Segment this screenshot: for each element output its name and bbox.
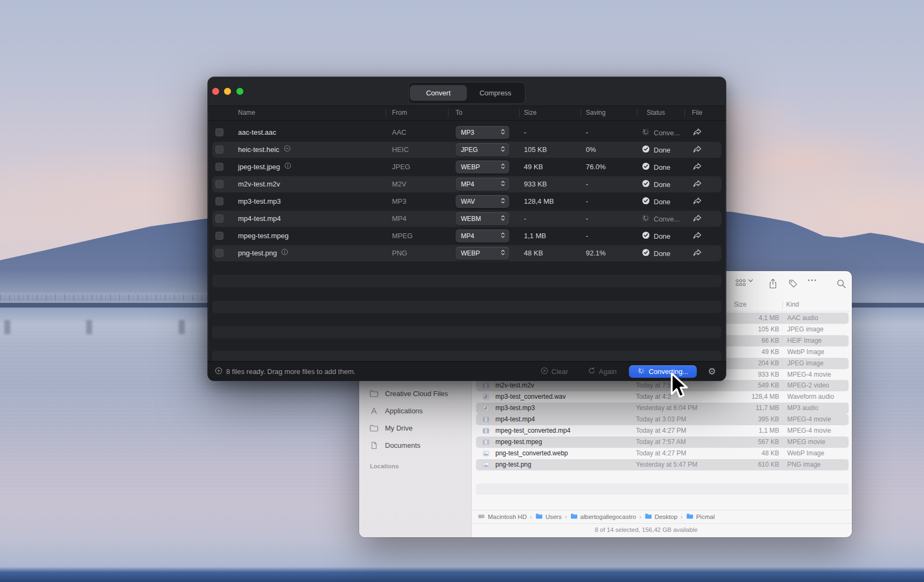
sidebar-item-applications[interactable]: Applications: [369, 403, 466, 419]
converter-file-row: mp3-test.mp3 MP3 WAV 128,4 MB - Done: [212, 193, 722, 210]
to-format-dropdown[interactable]: MP4: [456, 178, 509, 191]
row-checkbox[interactable]: [215, 180, 223, 188]
share-file-button[interactable]: [692, 145, 703, 155]
file-name: mp4-test.mp4: [238, 211, 281, 227]
add-files-icon[interactable]: [215, 367, 222, 376]
column-header-size[interactable]: Size: [524, 109, 536, 116]
finder-file-row[interactable]: png-test_converted.webp Today at 4:27 PM…: [476, 448, 849, 459]
tab-compress[interactable]: Compress: [467, 85, 524, 101]
finder-file-row[interactable]: m2v-test.m2v Today at 7:5 549 KB MPEG-2 …: [476, 380, 849, 391]
share-file-button[interactable]: [692, 248, 703, 258]
share-arrow-icon: [692, 129, 702, 138]
redo-icon: [588, 367, 596, 376]
sidebar-item-creative-cloud-files[interactable]: Creative Cloud Files: [369, 385, 466, 401]
again-button[interactable]: Again: [588, 362, 617, 381]
column-separator: [448, 109, 449, 117]
folder-icon: [535, 513, 543, 521]
file-name: mpeg-test.mpeg: [238, 228, 289, 244]
share-file-button[interactable]: [692, 162, 703, 172]
file-status: Done: [642, 228, 670, 244]
sidebar-item-documents[interactable]: Documents: [369, 437, 466, 453]
to-format-dropdown[interactable]: JPEG: [456, 143, 509, 156]
column-header-kind[interactable]: Kind: [786, 301, 799, 308]
row-checkbox[interactable]: [215, 232, 223, 240]
finder-file-name: mp3-test.mp3: [495, 403, 535, 414]
column-separator: [519, 109, 520, 117]
finder-file-kind: MPEG-2 video: [787, 380, 829, 391]
finder-file-row[interactable]: mp4-test.mp4 Today at 3:03 PM 395 KB MPE…: [476, 414, 849, 425]
finder-file-kind: JPEG image: [787, 324, 823, 335]
to-format-dropdown[interactable]: MP4: [456, 230, 509, 242]
to-format-dropdown[interactable]: WEBM: [456, 212, 509, 225]
to-format-dropdown[interactable]: MP3: [456, 126, 509, 139]
column-header-name[interactable]: Name: [238, 109, 255, 116]
breadcrumb-item[interactable]: Desktop: [645, 513, 677, 521]
file-status: Conve...: [642, 124, 680, 141]
column-header-to[interactable]: To: [456, 109, 463, 116]
more-icon[interactable]: [807, 279, 817, 282]
row-checkbox[interactable]: [215, 249, 223, 257]
zoom-button[interactable]: [236, 88, 243, 95]
finder-file-row[interactable]: mp3-test_converted.wav Today at 4:2 128,…: [476, 391, 849, 403]
file-status: Done: [642, 193, 670, 210]
share-arrow-icon: [692, 215, 702, 224]
row-checkbox[interactable]: [215, 197, 223, 205]
file-from-format: AAC: [392, 124, 407, 141]
info-circle-icon: [284, 159, 291, 175]
view-grid-icon[interactable]: [736, 279, 746, 287]
file-size: 933 KB: [524, 176, 547, 192]
file-status: Done: [642, 159, 670, 175]
breadcrumb-item[interactable]: albertogallegocastro: [570, 513, 636, 521]
share-file-button[interactable]: [692, 128, 703, 137]
finder-file-date: Today at 4:27 PM: [636, 448, 686, 459]
clear-button[interactable]: Clear: [541, 362, 568, 381]
image-file-icon: [482, 461, 489, 468]
finder-file-row[interactable]: png-test.png Yesterday at 5:47 PM 610 KB…: [476, 459, 849, 470]
column-header-status[interactable]: Status: [647, 109, 665, 116]
column-header-size[interactable]: Size: [734, 301, 746, 308]
breadcrumb-item[interactable]: Macintosh HD: [478, 512, 527, 521]
chevron-down-icon[interactable]: [748, 279, 753, 283]
tab-convert[interactable]: Convert: [410, 85, 467, 101]
finder-file-size: 610 KB: [713, 459, 779, 470]
finder-file-date: Today at 4:27 PM: [636, 425, 686, 436]
breadcrumb-item[interactable]: Users: [535, 513, 562, 521]
share-file-button[interactable]: [692, 179, 703, 189]
share-icon[interactable]: [768, 279, 778, 289]
breadcrumb-item[interactable]: Picmal: [686, 513, 715, 521]
row-checkbox[interactable]: [215, 128, 223, 136]
finder-file-row[interactable]: mp3-test.mp3 Yesterday at 6:04 PM 11,7 M…: [476, 403, 849, 414]
share-file-button[interactable]: [692, 214, 703, 224]
row-checkbox[interactable]: [215, 146, 223, 154]
finder-file-row[interactable]: mpeg-test.mpeg Today at 7:57 AM 567 KB M…: [476, 436, 849, 448]
row-checkbox[interactable]: [215, 214, 223, 223]
tag-icon[interactable]: [788, 279, 798, 288]
column-header-from[interactable]: From: [392, 109, 407, 116]
close-button[interactable]: [212, 88, 219, 95]
settings-gear-button[interactable]: ⚙: [704, 362, 720, 381]
done-check-icon: [642, 145, 650, 155]
column-header-file[interactable]: File: [692, 109, 702, 116]
minimize-button[interactable]: [224, 88, 231, 95]
row-checkbox[interactable]: [215, 163, 223, 171]
finder-file-row[interactable]: mpeg-test_converted.mp4 Today at 4:27 PM…: [476, 425, 849, 436]
column-header-saving[interactable]: Saving: [586, 109, 606, 116]
file-saving: -: [586, 193, 588, 210]
finder-file-kind: PNG image: [787, 459, 821, 470]
empty-row-stripe: [212, 301, 722, 313]
converter-file-row: aac-test.aac AAC MP3 - - Conve...: [212, 124, 722, 141]
share-file-button[interactable]: [692, 197, 703, 206]
to-format-dropdown[interactable]: WEBP: [456, 161, 509, 174]
finder-file-size: 395 KB: [713, 414, 779, 425]
document-icon: [369, 441, 379, 449]
share-file-button[interactable]: [692, 231, 703, 241]
sidebar-item-my-drive[interactable]: My Drive: [369, 420, 466, 436]
file-from-format: MP3: [392, 193, 407, 210]
share-arrow-icon: [692, 232, 702, 241]
file-size: 128,4 MB: [524, 193, 554, 210]
search-icon[interactable]: [836, 279, 846, 289]
chevron-updown-icon: [500, 197, 506, 206]
breadcrumb-separator: ›: [530, 514, 532, 520]
to-format-dropdown[interactable]: WAV: [456, 195, 509, 208]
to-format-dropdown[interactable]: WEBP: [456, 247, 509, 260]
